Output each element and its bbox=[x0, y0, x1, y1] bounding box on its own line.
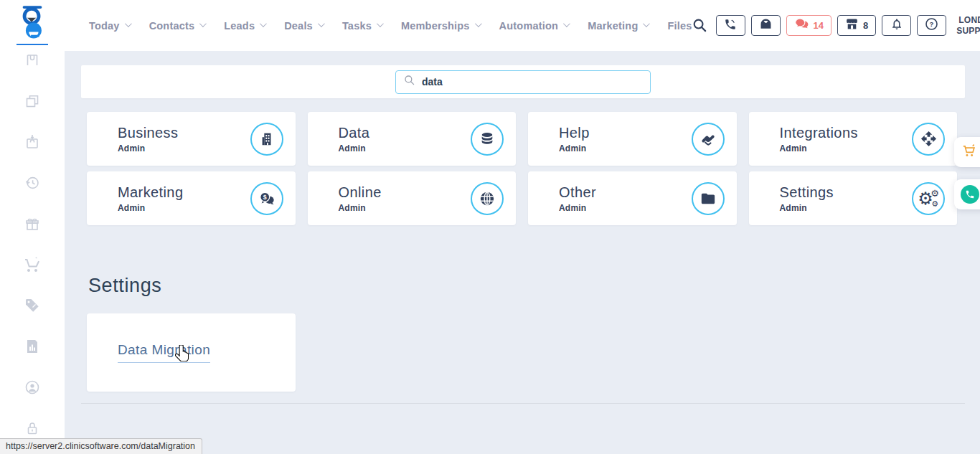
hourglass-logo-icon bbox=[17, 6, 47, 43]
page-section-title: Settings bbox=[88, 275, 161, 297]
search-bar-panel bbox=[81, 65, 965, 98]
nav-item-today[interactable]: Today bbox=[89, 20, 130, 32]
nav-label: Deals bbox=[284, 20, 313, 32]
logo-underline bbox=[17, 44, 48, 45]
card-subtitle: Admin bbox=[118, 203, 250, 213]
card-subtitle: Admin bbox=[559, 143, 692, 153]
admin-cards-grid: Business Admin Data Admin Help Admin bbox=[87, 112, 957, 225]
nav-item-memberships[interactable]: Memberships bbox=[401, 20, 480, 32]
card-other[interactable]: Other Admin bbox=[528, 171, 737, 225]
card-title: Integrations bbox=[780, 125, 913, 141]
copy-icon[interactable] bbox=[23, 92, 42, 110]
phone-call-button[interactable] bbox=[716, 15, 745, 36]
header-actions: 14 8 ? LONDON SUPPORT bbox=[692, 14, 980, 38]
search-input[interactable] bbox=[422, 76, 642, 88]
nav-label: Automation bbox=[499, 20, 559, 32]
search-icon[interactable] bbox=[692, 18, 707, 33]
card-subtitle: Admin bbox=[559, 203, 692, 213]
cart-icon[interactable] bbox=[23, 255, 42, 274]
nav-item-automation[interactable]: Automation bbox=[499, 20, 569, 32]
top-navbar: Today Contacts Leads Deals Tasks Members… bbox=[0, 0, 980, 51]
card-data[interactable]: Data Admin bbox=[308, 112, 517, 166]
left-sidebar bbox=[0, 51, 65, 454]
bag-download-icon[interactable] bbox=[23, 133, 42, 151]
history-icon[interactable] bbox=[23, 174, 42, 192]
magnifier-icon bbox=[404, 75, 415, 89]
phone-call-icon bbox=[724, 18, 737, 34]
card-marketing[interactable]: Marketing Admin $ bbox=[87, 171, 296, 225]
nav-label: Contacts bbox=[149, 20, 195, 32]
nav-label: Memberships bbox=[401, 20, 470, 32]
floating-whatsapp-button[interactable] bbox=[954, 179, 980, 209]
card-help[interactable]: Help Admin bbox=[528, 112, 737, 166]
chat-badge-count: 14 bbox=[814, 20, 824, 31]
nav-label: Today bbox=[89, 20, 120, 32]
nav-item-marketing[interactable]: Marketing bbox=[588, 20, 648, 32]
chevron-down-icon bbox=[125, 20, 132, 27]
card-settings[interactable]: Settings Admin ⚙ ⚙ ⚙ bbox=[749, 171, 958, 225]
card-online[interactable]: Online Admin bbox=[308, 171, 517, 225]
nav-item-deals[interactable]: Deals bbox=[284, 20, 323, 32]
card-title: Data bbox=[339, 125, 471, 141]
help-button[interactable]: ? bbox=[917, 15, 946, 36]
lock-icon[interactable] bbox=[23, 419, 42, 438]
card-subtitle: Admin bbox=[780, 143, 913, 153]
card-title: Settings bbox=[780, 184, 913, 201]
card-title: Business bbox=[118, 125, 250, 141]
card-integrations[interactable]: Integrations Admin bbox=[749, 112, 958, 166]
user-label-line2: SUPPORT bbox=[956, 26, 980, 37]
discount-tag-icon[interactable] bbox=[23, 296, 42, 315]
floating-cart-button[interactable] bbox=[954, 137, 980, 167]
main-content: Business Admin Data Admin Help Admin bbox=[65, 51, 980, 454]
chat-bubbles-icon bbox=[794, 18, 809, 33]
nav-item-tasks[interactable]: Tasks bbox=[342, 20, 382, 32]
building-icon bbox=[250, 123, 283, 156]
inbox-icon bbox=[759, 18, 773, 33]
notifications-button[interactable] bbox=[882, 15, 911, 36]
data-migration-link[interactable]: Data Migration bbox=[118, 342, 210, 363]
nav-label: Tasks bbox=[342, 20, 372, 32]
chevron-down-icon bbox=[318, 20, 325, 27]
nav-label: Leads bbox=[224, 20, 255, 32]
storage-icon[interactable] bbox=[23, 51, 42, 70]
store-badge-count: 8 bbox=[863, 20, 868, 31]
store-button[interactable]: 8 bbox=[837, 15, 876, 36]
cart-icon bbox=[961, 143, 977, 162]
svg-text:$: $ bbox=[263, 193, 266, 200]
help-icon: ? bbox=[925, 17, 938, 34]
nav-item-leads[interactable]: Leads bbox=[224, 20, 265, 32]
card-title: Other bbox=[559, 184, 692, 201]
database-icon bbox=[471, 123, 504, 156]
nav-label: Files bbox=[667, 20, 692, 32]
search-input-wrap bbox=[395, 70, 651, 94]
settings-links-card: Data Migration bbox=[87, 313, 296, 392]
whatsapp-icon bbox=[961, 185, 979, 204]
nav-item-contacts[interactable]: Contacts bbox=[149, 20, 205, 32]
chat-dollar-icon: $ bbox=[250, 182, 283, 215]
gift-icon[interactable] bbox=[23, 214, 42, 233]
chevron-down-icon bbox=[563, 20, 570, 27]
user-account-label: LONDON SUPPORT bbox=[956, 15, 980, 37]
card-subtitle: Admin bbox=[118, 143, 250, 153]
report-icon[interactable] bbox=[23, 337, 42, 356]
nav-item-files[interactable]: Files bbox=[667, 20, 692, 32]
bell-icon bbox=[890, 17, 903, 34]
inbox-button[interactable] bbox=[751, 15, 781, 36]
user-label-line1: LONDON bbox=[956, 15, 980, 26]
chevron-down-icon bbox=[377, 20, 384, 27]
move-arrows-icon bbox=[912, 123, 945, 156]
card-title: Marketing bbox=[118, 184, 250, 201]
main-nav: Today Contacts Leads Deals Tasks Members… bbox=[89, 20, 692, 32]
user-circle-icon[interactable] bbox=[23, 378, 42, 397]
chevron-down-icon bbox=[643, 20, 650, 27]
app-logo[interactable] bbox=[0, 0, 65, 51]
storefront-icon bbox=[845, 18, 859, 33]
card-subtitle: Admin bbox=[339, 203, 471, 213]
globe-icon bbox=[471, 182, 504, 215]
browser-status-url: https://server2.clinicsoftware.com/dataM… bbox=[0, 438, 202, 454]
chat-notifications-button[interactable]: 14 bbox=[786, 15, 831, 36]
handshake-icon bbox=[692, 123, 725, 156]
chevron-down-icon bbox=[475, 20, 482, 27]
card-business[interactable]: Business Admin bbox=[87, 112, 296, 166]
gears-icon: ⚙ ⚙ ⚙ bbox=[912, 182, 945, 215]
